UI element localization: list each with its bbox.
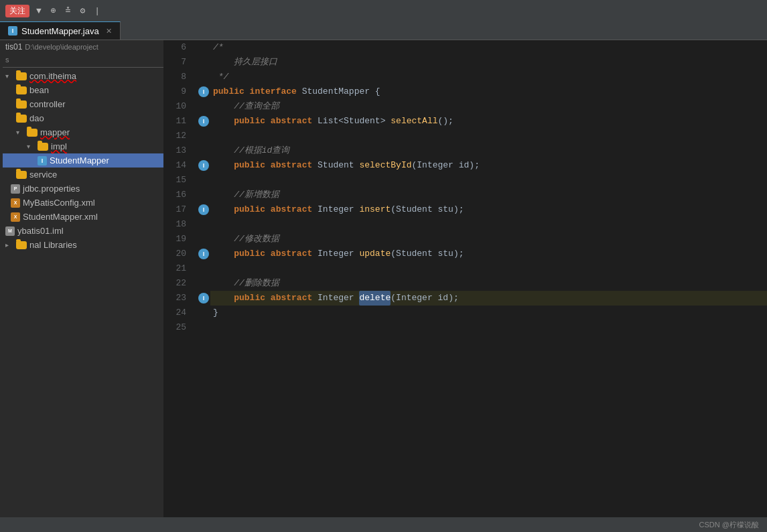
code-line-25 (210, 320, 767, 335)
sidebar-item-bean[interactable]: bean (3, 83, 163, 97)
add-button[interactable]: ▼ (33, 5, 44, 17)
project-name: tis01 (5, 42, 22, 52)
mybatis-iml-icon: M (5, 226, 15, 236)
code-line-8: */ (210, 70, 767, 84)
code-line-21 (210, 261, 767, 276)
code-line-18 (210, 217, 767, 232)
gutter-9[interactable]: I (197, 84, 210, 99)
sort-button[interactable]: ≛ (63, 4, 74, 17)
sidebar-item-jdbc[interactable]: P jdbc.properties (3, 182, 163, 196)
impl-expand-icon: ▾ (27, 143, 35, 150)
code-lines[interactable]: /* 持久层接口 */ public interface StudentMapp… (210, 40, 767, 517)
sidebar-item-controller[interactable]: controller (3, 97, 163, 111)
sidebar-item-mybatis-iml[interactable]: M ybatis01.iml (3, 224, 163, 238)
gutter-15 (197, 173, 210, 188)
gutter-14[interactable]: I (197, 158, 210, 173)
expand-icon: ▾ (5, 72, 13, 80)
status-bar: CSDN @柠檬说酸 (0, 517, 767, 532)
sidebar-item-external-libs[interactable]: ▸ nal Libraries (3, 238, 163, 252)
ln-16: 16 (163, 188, 192, 202)
service-folder-icon (16, 171, 27, 179)
s-label: s (5, 56, 9, 64)
bean-folder-icon (16, 86, 27, 94)
mybatisconfig-label: MyBatisConfig.xml (23, 198, 95, 208)
tab-close-button[interactable]: ✕ (106, 27, 112, 36)
gutter-20[interactable]: I (197, 247, 210, 261)
settings-button[interactable]: ⚙ (77, 4, 88, 17)
gutter-23[interactable]: I (197, 291, 210, 306)
sidebar-item-dao[interactable]: dao (3, 111, 163, 125)
gutter-11[interactable]: I (197, 114, 210, 129)
code-line-22: //删除数据 (210, 276, 767, 291)
sidebar-item-com-itheima[interactable]: ▾ com.itheima (3, 69, 163, 83)
gutter-21 (197, 261, 210, 276)
gutter-17[interactable]: I (197, 202, 210, 217)
sidebar: tis01 D:\develop\ideaproject s ▾ com.ith… (0, 40, 163, 517)
ln-23: 23 (163, 291, 192, 306)
gutter-13 (197, 143, 210, 158)
sidebar-project-root[interactable]: tis01 D:\develop\ideaproject (0, 40, 163, 54)
impl-folder-icon (38, 143, 48, 151)
dao-label: dao (29, 113, 44, 123)
ln-15: 15 (163, 173, 192, 188)
divider: | (92, 5, 102, 17)
separator (3, 67, 163, 68)
code-line-24: } (210, 306, 767, 320)
gutter-24 (197, 306, 210, 320)
sidebar-item-service[interactable]: service (3, 168, 163, 182)
ln-9: 9 (163, 84, 192, 99)
tab-bar: I StudentMapper.java ✕ (0, 21, 767, 40)
code-line-13: //根据id查询 (210, 143, 767, 158)
mapper-folder-icon (27, 129, 38, 137)
code-line-14: public abstract Student selectById(Integ… (210, 158, 767, 173)
controller-folder-icon (16, 101, 27, 109)
code-line-10: //查询全部 (210, 99, 767, 114)
tab-studentmapper[interactable]: I StudentMapper.java ✕ (0, 21, 121, 40)
gutter-10 (197, 99, 210, 114)
code-line-17: public abstract Integer insert(Student s… (210, 202, 767, 217)
ln-17: 17 (163, 202, 192, 217)
code-line-19: //修改数据 (210, 232, 767, 247)
sidebar-item-studentmapper-xml[interactable]: X StudentMapper.xml (3, 210, 163, 224)
sidebar-item-studentmapper[interactable]: I StudentMapper (3, 153, 163, 168)
extlibs-folder-icon (16, 241, 27, 249)
folder-icon (16, 72, 27, 80)
ln-8: 8 (163, 70, 192, 84)
gutter-16 (197, 188, 210, 202)
code-line-15 (210, 173, 767, 188)
gutter-7 (197, 55, 210, 70)
sidebar-item-mybatisconfig[interactable]: X MyBatisConfig.xml (3, 196, 163, 210)
code-editor[interactable]: 6 7 8 9 10 11 12 13 14 15 16 17 18 19 20… (163, 40, 767, 517)
close-button[interactable]: 关注 (5, 5, 29, 17)
gutter-19 (197, 232, 210, 247)
gutter: I I I I I (197, 40, 210, 517)
ln-21: 21 (163, 261, 192, 276)
ln-11: 11 (163, 114, 192, 129)
ln-14: 14 (163, 158, 192, 173)
sidebar-item-s[interactable]: s (3, 54, 163, 66)
mapper-expand-icon: ▾ (16, 129, 24, 136)
ln-6: 6 (163, 40, 192, 55)
bean-label: bean (29, 85, 49, 95)
jdbc-label: jdbc.properties (23, 184, 80, 194)
mybatis-iml-label: ybatis01.iml (17, 226, 64, 236)
mapper-label: mapper (40, 127, 70, 137)
code-line-23: public abstract Integer delete(Integer i… (210, 291, 767, 306)
jdbc-file-icon: P (11, 184, 20, 194)
service-label: service (29, 170, 57, 180)
studentmapper-xml-icon: X (11, 212, 20, 222)
gutter-22 (197, 276, 210, 291)
studentmapper-label: StudentMapper (50, 155, 109, 165)
ln-19: 19 (163, 232, 192, 247)
package-name: com.itheima (29, 71, 76, 81)
sync-button[interactable]: ⊕ (48, 4, 59, 17)
gutter-badge-11: I (198, 116, 209, 127)
studentmapper-xml-label: StudentMapper.xml (23, 212, 98, 222)
code-line-16: //新增数据 (210, 188, 767, 202)
highlighted-delete: delete (359, 291, 391, 306)
sidebar-item-impl[interactable]: ▾ impl (3, 139, 163, 153)
sidebar-item-mapper[interactable]: ▾ mapper (3, 125, 163, 139)
code-line-7: 持久层接口 (210, 55, 767, 70)
code-line-11: public abstract List<Student> selectAll(… (210, 114, 767, 129)
tab-filename: StudentMapper.java (21, 26, 99, 36)
